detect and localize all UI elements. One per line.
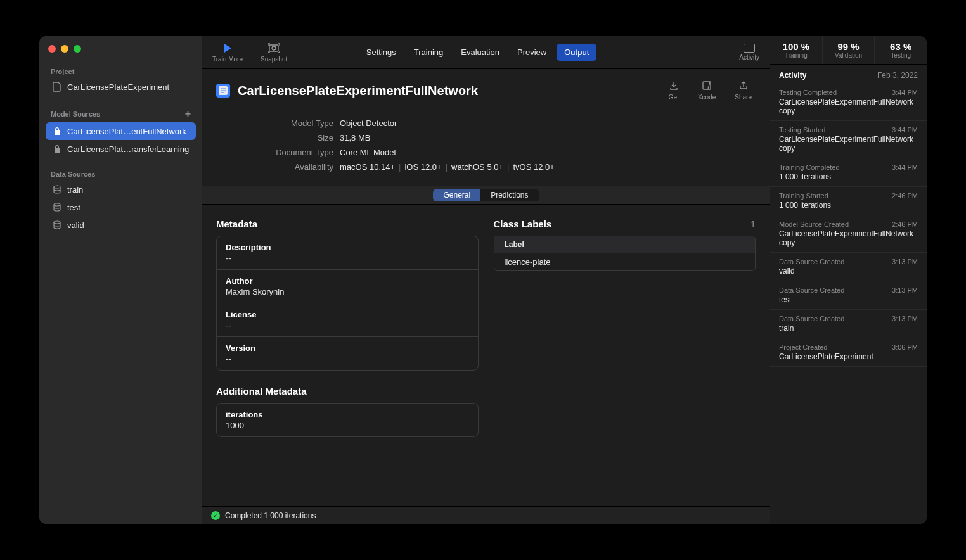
tab-output[interactable]: Output: [557, 44, 596, 61]
tab-preview[interactable]: Preview: [510, 44, 554, 61]
data-source-label: train: [67, 185, 83, 194]
close-window[interactable]: [48, 45, 56, 53]
document-type-label: Document Type: [216, 148, 340, 157]
lock-icon: [52, 144, 62, 154]
metric-value: 63 %: [877, 41, 924, 52]
activity-item[interactable]: Testing Completed3:44 PMCarLicensePlateE…: [770, 84, 927, 121]
database-icon: [52, 202, 62, 212]
availability-value: macOS 10.14+|iOS 12.0+|watchOS 5.0+|tvOS…: [340, 162, 555, 172]
activity-item[interactable]: Data Source Created3:13 PMtrain: [770, 310, 927, 338]
project-label: CarLicensePlateExperiment: [67, 82, 169, 92]
snapshot-label: Snapshot: [261, 56, 287, 63]
activity-toggle-button[interactable]: Activity: [739, 44, 759, 61]
play-icon: [223, 42, 232, 54]
toolbar-tabs: Settings Training Evaluation Preview Out…: [359, 44, 596, 61]
train-more-button[interactable]: Train More: [212, 42, 243, 63]
subtab-predictions[interactable]: Predictions: [480, 189, 538, 201]
sidebar: Project CarLicensePlateExperiment Model …: [39, 36, 202, 524]
metric-testing: 63 % Testing: [875, 36, 927, 64]
model-source-item-1[interactable]: CarLicensePlat…ransferLearning: [46, 140, 196, 158]
activity-item[interactable]: Data Source Created3:13 PMtest: [770, 281, 927, 310]
document-type-value: Core ML Model: [340, 148, 396, 157]
lock-icon: [52, 126, 62, 136]
minimize-window[interactable]: [61, 45, 68, 53]
metric-label: Testing: [877, 52, 924, 59]
size-value: 31,8 MB: [340, 133, 370, 143]
get-button[interactable]: Get: [669, 80, 679, 101]
activity-item[interactable]: Testing Started3:44 PMCarLicensePlateExp…: [770, 121, 927, 158]
label-column-header: Label: [494, 236, 756, 253]
metric-label: Validation: [825, 52, 872, 59]
project-header: Project: [46, 63, 196, 78]
data-source-train[interactable]: train: [46, 181, 196, 198]
class-labels-panel: Class Labels 1 Label licence-plate: [494, 219, 756, 437]
model-source-item-0[interactable]: CarLicensePlat…entFullNetwork: [46, 122, 196, 140]
main: Train More Snapshot Settings Training Ev…: [202, 36, 770, 524]
fullscreen-window[interactable]: [74, 45, 81, 53]
label-row[interactable]: licence-plate: [494, 253, 756, 270]
svg-point-1: [54, 203, 60, 206]
activity-panel: 100 % Training 99 % Validation 63 % Test…: [770, 36, 927, 524]
data-source-label: test: [67, 203, 80, 212]
model-sources-label: Model Sources: [51, 110, 100, 118]
download-icon: [669, 80, 679, 92]
additional-metadata-heading: Additional Metadata: [216, 386, 479, 397]
license-label: License: [226, 310, 469, 319]
activity-item[interactable]: Training Completed3:44 PM1 000 iteration…: [770, 158, 927, 187]
info-grid: Model Type Object Detector Size 31,8 MB …: [202, 112, 770, 186]
class-labels-heading: Class Labels: [494, 219, 552, 229]
project-item[interactable]: CarLicensePlateExperiment: [46, 78, 196, 96]
metric-training: 100 % Training: [770, 36, 823, 64]
metadata-panel: Metadata Description -- Author Maxim Sko…: [216, 219, 479, 437]
size-label: Size: [216, 133, 340, 143]
activity-item[interactable]: Training Started2:46 PM1 000 iterations: [770, 187, 927, 215]
metric-value: 99 %: [825, 41, 872, 52]
subtab-general[interactable]: General: [433, 189, 480, 201]
description-label: Description: [226, 243, 469, 252]
description-value: --: [226, 253, 469, 263]
metric-label: Training: [773, 52, 820, 59]
xcode-icon: [702, 80, 712, 92]
tab-settings[interactable]: Settings: [359, 44, 404, 61]
database-icon: [52, 184, 62, 194]
license-value: --: [226, 321, 469, 330]
get-label: Get: [669, 94, 679, 101]
tab-evaluation[interactable]: Evaluation: [453, 44, 507, 61]
tab-training[interactable]: Training: [406, 44, 451, 61]
status-bar: ✓ Completed 1 000 iterations: [202, 506, 770, 524]
status-text: Completed 1 000 iterations: [225, 511, 316, 520]
model-source-label: CarLicensePlat…entFullNetwork: [67, 127, 186, 136]
metric-validation: 99 % Validation: [823, 36, 875, 64]
metadata-heading: Metadata: [216, 219, 479, 229]
model-icon: [216, 84, 230, 98]
model-source-label: CarLicensePlat…ransferLearning: [67, 144, 189, 154]
document-icon: [52, 82, 62, 92]
activity-label: Activity: [739, 54, 759, 61]
add-model-source-button[interactable]: +: [185, 108, 191, 120]
model-sources-header: Model Sources +: [46, 103, 196, 122]
svg-point-2: [54, 221, 60, 224]
metrics-row: 100 % Training 99 % Validation 63 % Test…: [770, 36, 927, 65]
page-title: CarLicensePlateExperimentFullNetwork: [238, 84, 661, 98]
xcode-button[interactable]: Xcode: [698, 80, 716, 101]
svg-point-0: [54, 186, 60, 188]
data-source-test[interactable]: test: [46, 198, 196, 216]
toolbar: Train More Snapshot Settings Training Ev…: [202, 36, 770, 69]
train-more-label: Train More: [212, 56, 243, 63]
svg-point-4: [272, 46, 276, 50]
snapshot-button[interactable]: Snapshot: [261, 42, 287, 63]
share-icon: [738, 80, 749, 92]
model-type-value: Object Detector: [340, 118, 397, 128]
snapshot-icon: [268, 42, 280, 54]
share-label: Share: [735, 94, 752, 101]
activity-item[interactable]: Data Source Created3:13 PMvalid: [770, 253, 927, 281]
author-label: Author: [226, 276, 469, 286]
activity-item[interactable]: Model Source Created2:46 PMCarLicensePla…: [770, 215, 927, 253]
subtabs: General Predictions: [202, 186, 770, 205]
activity-date: Feb 3, 2022: [877, 71, 918, 80]
data-source-valid[interactable]: valid: [46, 216, 196, 234]
activity-item[interactable]: Project Created3:06 PMCarLicensePlateExp…: [770, 338, 927, 367]
share-button[interactable]: Share: [735, 80, 752, 101]
iterations-value: 1000: [226, 421, 469, 430]
check-icon: ✓: [211, 511, 220, 520]
